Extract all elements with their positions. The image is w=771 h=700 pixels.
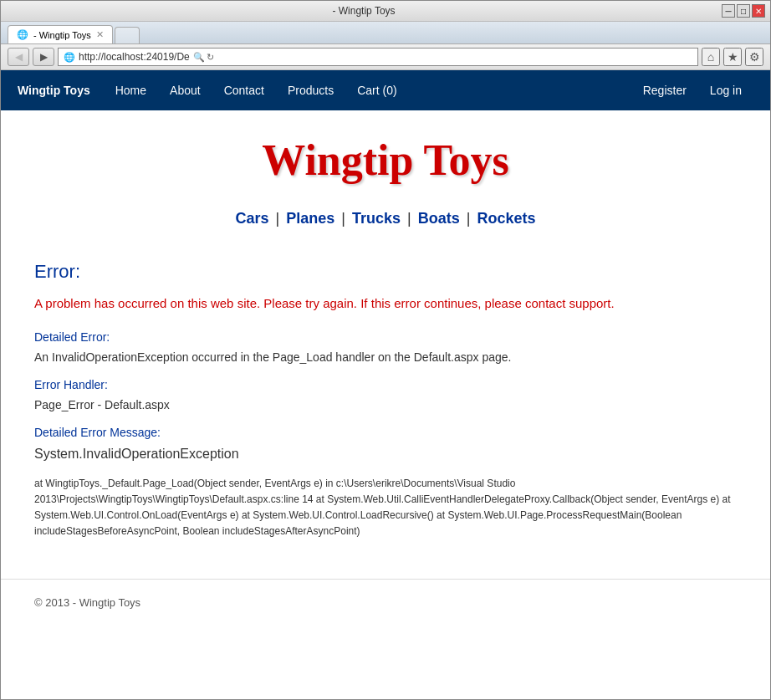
- new-tab-button[interactable]: [115, 27, 140, 43]
- home-browser-button[interactable]: ⌂: [702, 48, 720, 66]
- nav-login[interactable]: Log in: [698, 70, 753, 110]
- site-header: Wingtip Toys: [1, 110, 770, 202]
- site-footer: © 2013 - Wingtip Toys: [1, 579, 770, 626]
- tab-close-icon[interactable]: ✕: [96, 29, 104, 40]
- maximize-icon: □: [741, 7, 746, 16]
- address-bar: ◀ ▶ 🌐 http://localhost:24019/De 🔍 ↻ ⌂ ★ …: [1, 44, 770, 70]
- tab-page-icon: 🌐: [17, 29, 28, 40]
- star-icon: ★: [728, 50, 738, 64]
- tab-bar: 🌐 - Wingtip Toys ✕: [1, 22, 770, 44]
- close-icon: ✕: [755, 7, 762, 16]
- category-trucks[interactable]: Trucks: [352, 210, 401, 227]
- gear-icon: ⚙: [749, 50, 760, 64]
- error-handler-value: Page_Error - Default.aspx: [34, 396, 737, 414]
- nav-brand: Wingtip Toys: [18, 70, 104, 110]
- favorites-button[interactable]: ★: [723, 48, 742, 66]
- nav-about[interactable]: About: [158, 70, 212, 110]
- minimize-icon: ─: [725, 7, 731, 16]
- minimize-button[interactable]: ─: [722, 4, 735, 18]
- active-tab[interactable]: 🌐 - Wingtip Toys ✕: [8, 25, 113, 43]
- error-heading: Error:: [34, 261, 737, 283]
- close-button[interactable]: ✕: [752, 4, 765, 18]
- category-planes[interactable]: Planes: [286, 210, 334, 227]
- category-boats[interactable]: Boats: [418, 210, 460, 227]
- maximize-button[interactable]: □: [737, 4, 750, 18]
- separator-4: |: [467, 210, 471, 227]
- error-handler-label: Error Handler:: [34, 378, 737, 391]
- error-main-message: A problem has occurred on this web site.…: [34, 294, 737, 314]
- url-input[interactable]: 🌐 http://localhost:24019/De 🔍 ↻: [58, 48, 698, 66]
- forward-icon: ▶: [40, 51, 48, 63]
- nav-home[interactable]: Home: [104, 70, 158, 110]
- separator-3: |: [407, 210, 411, 227]
- url-search-icon: 🔍: [193, 52, 205, 63]
- site-navigation: Wingtip Toys Home About Contact Products…: [1, 70, 770, 110]
- url-refresh-icon: ↻: [207, 52, 214, 63]
- separator-1: |: [276, 210, 280, 227]
- home-icon: ⌂: [707, 50, 714, 64]
- window-title: - Wingtip Toys: [6, 5, 722, 17]
- detailed-error-message-value: System.InvalidOperationException: [34, 444, 737, 464]
- nav-cart[interactable]: Cart (0): [345, 70, 408, 110]
- title-bar: - Wingtip Toys ─ □ ✕: [1, 1, 770, 22]
- nav-contact[interactable]: Contact: [212, 70, 276, 110]
- main-content: Error: A problem has occurred on this we…: [1, 244, 770, 579]
- url-lock-icon: 🌐: [64, 52, 75, 63]
- detailed-error-label: Detailed Error:: [34, 330, 737, 344]
- window-controls: ─ □ ✕: [722, 4, 765, 18]
- url-text: http://localhost:24019/De: [79, 51, 190, 63]
- footer-text: © 2013 - Wingtip Toys: [34, 596, 140, 609]
- nav-products[interactable]: Products: [276, 70, 345, 110]
- stack-trace: at WingtipToys._Default.Page_Load(Object…: [34, 476, 737, 540]
- settings-button[interactable]: ⚙: [745, 48, 763, 66]
- back-button[interactable]: ◀: [8, 48, 29, 66]
- nav-register[interactable]: Register: [631, 70, 698, 110]
- category-navigation: Cars | Planes | Trucks | Boats | Rockets: [1, 202, 770, 244]
- forward-button[interactable]: ▶: [33, 48, 54, 66]
- detailed-error-value: An InvalidOperationException occurred in…: [34, 349, 737, 366]
- back-icon: ◀: [15, 51, 23, 63]
- site-title: Wingtip Toys: [262, 135, 508, 185]
- category-cars[interactable]: Cars: [235, 210, 268, 227]
- tab-label: - Wingtip Toys: [33, 30, 91, 40]
- detailed-error-message-label: Detailed Error Message:: [34, 426, 737, 439]
- separator-2: |: [341, 210, 345, 227]
- category-rockets[interactable]: Rockets: [477, 210, 535, 227]
